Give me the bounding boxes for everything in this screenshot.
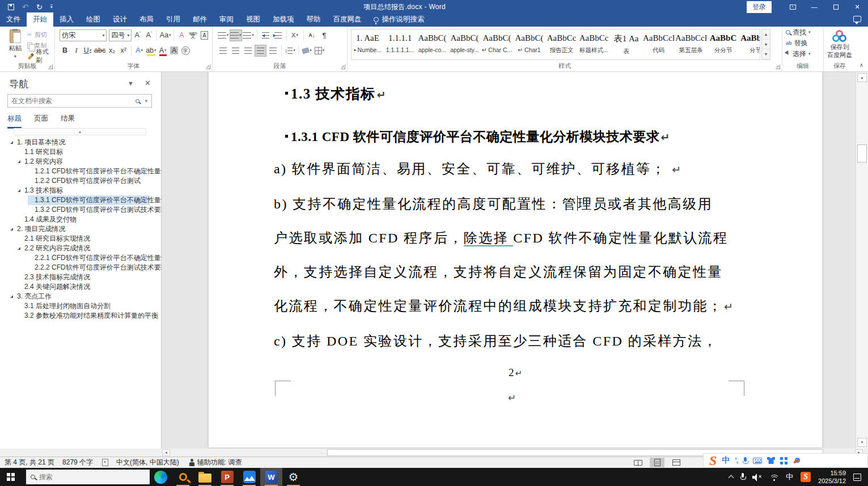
vertical-scroll-thumb[interactable] (857, 144, 867, 163)
text-highlight-button[interactable]: ab▾ (145, 45, 156, 57)
collapse-triangle-icon[interactable] (10, 295, 13, 298)
clipboard-dialog-launcher[interactable] (48, 65, 53, 69)
taskbar-search-box[interactable] (26, 470, 150, 484)
nav-heading-item[interactable]: 3.2 参数校准功能对结果精度和计算量的平衡 (18, 311, 150, 321)
collapse-triangle-icon[interactable] (10, 141, 13, 144)
ribbon-tab[interactable]: 绘图 (80, 12, 107, 27)
style-item[interactable]: AaBbCc 标题样式... (578, 29, 610, 59)
vertical-scrollbar[interactable]: ▴ ▾ (856, 72, 868, 449)
nav-heading-item[interactable]: 1.2.2 CFD软件可信度评价平台测试 (28, 176, 150, 186)
ribbon-tab[interactable]: 文件 (0, 12, 27, 27)
nav-scroll-up-strip[interactable]: ▲ (14, 128, 146, 135)
style-item[interactable]: AaBbCcDc 第五层条 (675, 29, 707, 59)
taskbar-app-powerpoint[interactable]: P (216, 468, 238, 486)
cut-button[interactable]: ✂剪切 (27, 30, 54, 39)
paste-dropdown-icon[interactable]: ▾ (14, 54, 16, 59)
nav-heading-item[interactable]: 1.3 技术指标 (18, 186, 150, 195)
microphone-icon[interactable] (740, 473, 745, 481)
italic-button[interactable]: I (71, 45, 82, 57)
ribbon-tab[interactable]: 引用 (160, 12, 187, 27)
punctuation-icon[interactable]: ’, (735, 457, 738, 464)
nav-heading-item[interactable]: 1.4 成果及交付物 (18, 215, 150, 224)
increase-indent-button[interactable] (272, 29, 284, 41)
clock[interactable]: 15:59 2025/3/12 (818, 469, 846, 485)
style-item[interactable]: AaBbCcDc 代码 (642, 29, 675, 59)
taskbar-app-settings[interactable]: ⚙ (282, 468, 304, 486)
taskbar-app-mountain[interactable] (238, 468, 260, 486)
grow-font-button[interactable]: Aˆ (132, 29, 143, 41)
ribbon-tab[interactable]: 百度网盘 (327, 12, 368, 27)
nav-heading-item[interactable]: 1.1 研究目标 (18, 147, 150, 157)
align-center-button[interactable] (230, 45, 242, 57)
nav-heading-item[interactable]: 2.2.2 CFD软件可信度评价平台测试技术要求 (28, 263, 150, 272)
style-item[interactable]: 表1 Aa 表 (610, 29, 642, 59)
nav-tab[interactable]: 结果 (61, 114, 75, 129)
comments-icon[interactable] (853, 16, 861, 22)
nav-tab[interactable]: 页面 (34, 114, 48, 129)
save-icon[interactable] (8, 4, 14, 10)
doc-heading-1-3-1[interactable]: 1.3.1 CFD 软件可信度评价平台不确定性量化分析模块技术要求↵ (291, 128, 670, 146)
ribbon-tab[interactable]: 开始 (27, 12, 53, 27)
nav-heading-item[interactable]: 1.3.2 CFD软件可信度评价平台测试技术要求 (28, 205, 150, 215)
nav-heading-item[interactable]: 1.2 研究内容 (18, 157, 150, 167)
taskbar-app-file-explorer[interactable] (194, 468, 216, 486)
style-item[interactable]: AaBbCc 报告正文 (545, 29, 578, 59)
action-center-icon[interactable] (853, 474, 861, 481)
tools-icon[interactable] (793, 457, 800, 464)
taskbar-app-search-tool[interactable] (172, 468, 194, 486)
nav-heading-item[interactable]: 2.1 研究目标实现情况 (18, 234, 150, 244)
nav-heading-item[interactable]: 1.3.1 CFD软件可信度评价平台不确定性量化... (28, 195, 150, 205)
proofing-errors-icon[interactable] (102, 459, 108, 466)
paragraph-dialog-launcher[interactable] (341, 65, 345, 69)
styles-dialog-launcher[interactable] (776, 65, 780, 69)
ribbon-tab[interactable]: 插入 (53, 12, 80, 27)
style-item[interactable]: AaBbC( apple-co... (416, 29, 448, 59)
shrink-font-button[interactable]: Aˇ (143, 29, 154, 41)
doc-line-b3[interactable]: 外，支持选择自定义流程，支持将自定义流程保留为固定不确定性量 (274, 263, 723, 281)
maximize-button[interactable] (825, 0, 846, 14)
minimize-button[interactable]: — (803, 0, 825, 14)
paste-button[interactable]: 粘贴 ▾ (3, 29, 27, 61)
search-icon[interactable] (136, 99, 139, 103)
bold-button[interactable]: B (60, 45, 70, 57)
tell-me-search[interactable]: 操作说明搜索 (374, 15, 425, 27)
font-dialog-launcher[interactable] (206, 65, 210, 69)
styles-scroll-up-button[interactable]: ▲ (762, 29, 770, 40)
accessibility-status[interactable]: 辅助功能: 调查 (197, 458, 242, 467)
read-mode-button[interactable] (630, 458, 645, 467)
decrease-indent-button[interactable] (260, 29, 272, 41)
toolbox-grid-icon[interactable] (780, 457, 787, 464)
asian-layout-button[interactable]: X▾ (289, 29, 301, 41)
ribbon-tab[interactable]: 布局 (133, 12, 160, 27)
ribbon-tab[interactable]: 加载项 (266, 12, 300, 27)
login-button[interactable]: 登录 (747, 1, 772, 13)
doc-line-b2[interactable]: 户选取或添加 CFD 程序后，除选择 CFD 软件不确定性量化默认流程 (274, 229, 728, 247)
style-item[interactable]: AaBbC( ↵ Char C... (481, 29, 513, 59)
style-item[interactable]: 1.1.1.1 1.1.1.1.1... (384, 29, 416, 59)
word-count[interactable]: 8279 个字 (62, 458, 93, 467)
sogou-logo-icon[interactable]: S (709, 454, 717, 467)
nav-heading-item[interactable]: 3. 亮点工作 (10, 292, 150, 301)
nav-heading-item[interactable]: 2.2 研究内容完成情况 (18, 244, 150, 253)
phonetic-guide-button[interactable]: wén文 (188, 29, 198, 41)
language-indicator[interactable]: 中文(简体, 中国大陆) (116, 458, 179, 467)
nav-heading-item[interactable]: 2.3 技术指标完成情况 (18, 272, 150, 282)
web-layout-button[interactable] (669, 458, 684, 467)
borders-button[interactable]: ▾ (314, 45, 325, 57)
replace-button[interactable]: ab替换 (782, 38, 823, 48)
scroll-up-button[interactable]: ▴ (857, 73, 867, 82)
collapse-ribbon-icon[interactable]: ∧ (859, 62, 863, 68)
ribbon-display-options-button[interactable]: ^ (782, 0, 803, 14)
style-item[interactable]: AaBbC( apple-sty... (448, 29, 481, 59)
justify-button[interactable] (255, 45, 266, 57)
nav-heading-item[interactable]: 3.1 后处理封闭物面自动分割 (18, 301, 150, 311)
character-border-button[interactable]: A (199, 29, 210, 41)
doc-line-b1[interactable]: b) 支持不确定性量化流程的高度可配置性：管理员或者其他高级用 (274, 195, 713, 213)
nav-heading-item[interactable]: 2.2.1 CFD软件可信度评价平台不确定性量化... (28, 253, 150, 263)
underline-button[interactable]: U▾ (82, 45, 93, 57)
doc-line-c[interactable]: c) 支持 DOE 实验设计，支持采用至少三种适合 CFD 的采样方法， (274, 332, 718, 350)
undo-icon[interactable]: ↶ (22, 3, 28, 11)
ime-chinese-icon[interactable]: 中 (786, 472, 793, 482)
nav-heading-item[interactable]: 2. 项目完成情况 (10, 224, 150, 234)
chinese-mode-icon[interactable]: 中 (722, 455, 730, 466)
